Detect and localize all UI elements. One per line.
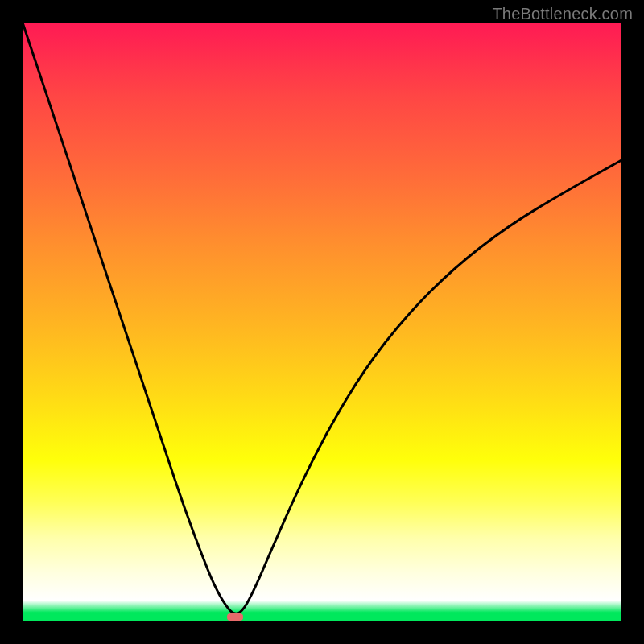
curve-layer xyxy=(23,23,621,621)
minimum-marker xyxy=(227,613,243,621)
watermark-text: TheBottleneck.com xyxy=(492,5,633,23)
chart-frame: TheBottleneck.com xyxy=(0,0,644,644)
plot-area xyxy=(23,23,621,621)
bottleneck-curve xyxy=(23,23,621,613)
